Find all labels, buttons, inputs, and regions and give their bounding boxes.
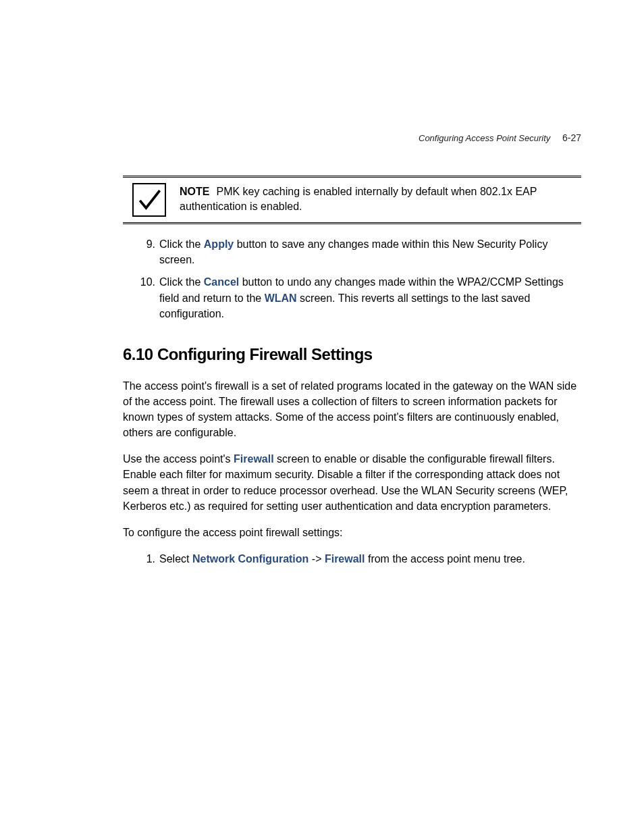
note-text: NOTEPMK key caching is enabled internall… [180,183,581,215]
paragraph-1: The access point's firewall is a set of … [123,378,581,441]
section-heading: 6.10 Configuring Firewall Settings [123,343,581,366]
network-configuration-link: Network Configuration [192,553,308,565]
firewall-link: Firewall [234,453,274,465]
step-content: Click the Cancel button to undo any chan… [159,274,581,321]
step-10: 10. Click the Cancel button to undo any … [136,274,581,321]
numbered-steps: 9. Click the Apply button to save any ch… [136,236,581,321]
substep-1: 1. Select Network Configuration -> Firew… [136,551,581,567]
page-number: 6-27 [562,132,581,143]
step-number: 9. [136,236,159,267]
apply-link: Apply [204,238,234,250]
note-label: NOTE [180,186,209,197]
page-header: Configuring Access Point Security 6-27 [419,132,581,145]
check-icon [132,183,166,217]
step-number: 10. [136,274,159,321]
step-content: Click the Apply button to save any chang… [159,236,581,267]
wlan-link: WLAN [265,292,297,304]
cancel-link: Cancel [204,276,239,288]
substep-number: 1. [136,551,159,567]
section-title: Configuring Access Point Security [419,133,550,143]
note-callout: NOTEPMK key caching is enabled internall… [123,176,581,224]
firewall-menu-link: Firewall [325,553,365,565]
paragraph-2: Use the access point's Firewall screen t… [123,451,581,514]
step-9: 9. Click the Apply button to save any ch… [136,236,581,267]
substeps: 1. Select Network Configuration -> Firew… [136,551,581,567]
note-body: PMK key caching is enabled internally by… [180,186,537,212]
paragraph-3: To configure the access point firewall s… [123,525,581,540]
substep-content: Select Network Configuration -> Firewall… [159,551,581,567]
